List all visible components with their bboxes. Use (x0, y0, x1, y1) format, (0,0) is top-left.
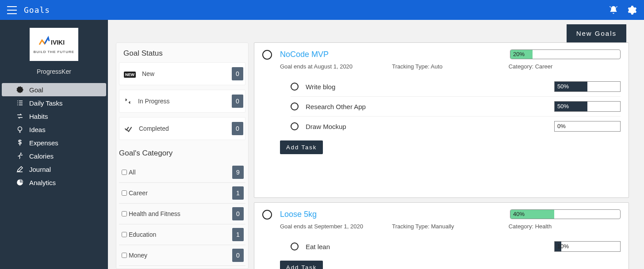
nav-label: Journal (29, 166, 51, 173)
category-filter-money[interactable]: Money0 (119, 245, 245, 266)
status-filter-new[interactable]: NEWNew0 (119, 62, 245, 85)
goal-card: NoCode MVP 20% Goal ends at August 1, 20… (254, 42, 629, 198)
goal-tracking-type: Tracking Type: Manually (392, 223, 504, 230)
task-progress[interactable]: 10% (554, 241, 621, 252)
task-label: Research Other App (306, 103, 547, 110)
nav-item-habits[interactable]: Habits (2, 110, 106, 123)
category-label: Education (129, 231, 156, 238)
nav-item-journal[interactable]: Journal (2, 163, 106, 176)
goal-progress[interactable]: 40% (510, 209, 621, 219)
goal-progress[interactable]: 20% (510, 49, 621, 59)
task-checkbox[interactable] (291, 122, 299, 130)
category-filter-health-and-fitness[interactable]: Health and Fitness0 (119, 204, 245, 224)
bell-icon[interactable] (609, 5, 618, 15)
hamburger-icon[interactable] (7, 6, 17, 14)
logo: IVIKI BUILD THE FUTURE (30, 28, 78, 61)
top-bar: Goals (0, 0, 644, 20)
goal-end-date: Goal ends at September 1, 2020 (280, 223, 392, 230)
task-row: Eat lean 10% (291, 237, 621, 256)
add-task-button[interactable]: Add Task (280, 261, 323, 269)
goal-title[interactable]: Loose 5kg (280, 210, 510, 219)
task-row: Draw Mockup 0% (291, 116, 621, 136)
task-row: Write blog 50% (291, 77, 621, 96)
status-filter-completed[interactable]: Completed0 (119, 117, 245, 140)
svg-point-2 (19, 89, 21, 91)
task-row: Research Other App 50% (291, 96, 621, 116)
nav-item-goal[interactable]: Goal (2, 83, 106, 96)
nav-label: Habits (29, 113, 48, 120)
nav-item-expenses[interactable]: Expenses (2, 136, 106, 149)
task-label: Eat lean (306, 243, 547, 250)
dollar-icon (16, 139, 24, 147)
nav-item-analytics[interactable]: Analytics (2, 176, 106, 189)
task-checkbox[interactable] (291, 102, 299, 110)
svg-text:IVIKI: IVIKI (51, 39, 65, 46)
new-goals-button[interactable]: New Goals (567, 24, 626, 42)
repeat-icon (16, 112, 24, 120)
category-title: Goal's Category (119, 149, 245, 162)
goal-end-date: Goal ends at August 1, 2020 (280, 63, 392, 70)
tools-icon (124, 97, 132, 105)
category-count: 0 (232, 249, 244, 262)
status-label: Completed (139, 125, 169, 132)
list-icon (16, 99, 24, 107)
pencil-icon (16, 165, 24, 173)
status-count: 0 (232, 95, 243, 108)
goal-tracking-type: Tracking Type: Auto (392, 63, 504, 70)
goal-category: Category: Health (504, 223, 621, 230)
goal-category: Category: Career (504, 63, 621, 70)
status-count: 0 (232, 67, 243, 80)
page-title: Goals (24, 5, 50, 15)
nav-label: Calories (29, 152, 54, 160)
category-count: 1 (232, 228, 244, 241)
category-checkbox[interactable] (122, 211, 127, 216)
status-filter-in-progress[interactable]: In Progress0 (119, 90, 245, 113)
category-checkbox[interactable] (122, 232, 127, 237)
task-progress[interactable]: 50% (554, 81, 621, 92)
category-checkbox[interactable] (122, 170, 127, 175)
status-label: In Progress (138, 98, 170, 105)
nav-label: Expenses (29, 139, 58, 147)
category-filter-education[interactable]: Education1 (119, 224, 245, 245)
sidebar: IVIKI BUILD THE FUTURE ProgressKer GoalD… (0, 20, 108, 269)
category-checkbox[interactable] (122, 190, 127, 196)
check-icon (124, 124, 133, 133)
chart-icon (16, 178, 24, 186)
bulb-icon (16, 125, 24, 133)
goal-card: Loose 5kg 40% Goal ends at September 1, … (254, 202, 629, 269)
category-count: 0 (232, 207, 244, 220)
nav-label: Ideas (29, 126, 46, 133)
new-icon: NEW (124, 70, 136, 78)
category-filter-all[interactable]: All9 (119, 162, 245, 183)
nav-item-ideas[interactable]: Ideas (2, 123, 106, 136)
category-label: Health and Fitness (129, 210, 180, 217)
task-label: Draw Mockup (306, 123, 547, 130)
category-label: Money (129, 252, 147, 259)
nav-label: Daily Tasks (29, 99, 63, 107)
task-checkbox[interactable] (291, 242, 299, 250)
category-checkbox[interactable] (122, 253, 127, 258)
goal-checkbox[interactable] (262, 210, 272, 220)
filters-panel: Goal Status NEWNew0In Progress0Completed… (116, 42, 249, 269)
category-filter-intellectual[interactable]: Intellectual1 (119, 266, 245, 269)
status-title: Goal Status (116, 49, 248, 62)
nav-item-daily-tasks[interactable]: Daily Tasks (2, 96, 106, 110)
task-checkbox[interactable] (291, 83, 299, 91)
goal-title[interactable]: NoCode MVP (280, 50, 510, 59)
task-progress[interactable]: 0% (554, 121, 621, 132)
category-label: Career (129, 189, 148, 197)
gear-icon[interactable] (626, 5, 637, 15)
category-count: 1 (232, 186, 244, 200)
nav-item-calories[interactable]: Calories (2, 149, 106, 163)
status-label: New (142, 70, 154, 77)
task-progress[interactable]: 50% (554, 101, 621, 112)
target-icon (16, 86, 24, 94)
task-label: Write blog (306, 83, 547, 91)
category-filter-career[interactable]: Career1 (119, 183, 245, 204)
category-label: All (129, 169, 136, 176)
nav-label: Goal (29, 86, 43, 94)
nav-label: Analytics (29, 179, 56, 186)
add-task-button[interactable]: Add Task (280, 140, 323, 154)
goal-checkbox[interactable] (262, 50, 272, 60)
run-icon (16, 152, 24, 160)
